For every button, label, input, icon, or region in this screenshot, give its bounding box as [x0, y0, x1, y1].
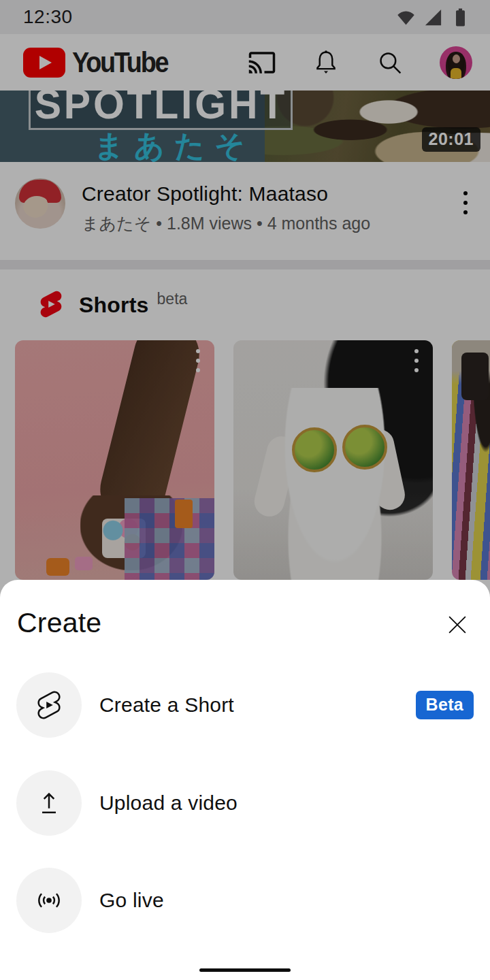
menu-item-go-live[interactable]: Go live: [0, 868, 490, 933]
home-indicator-handle[interactable]: [199, 968, 291, 972]
menu-item-label: Upload a video: [99, 791, 238, 815]
beta-badge: Beta: [416, 691, 474, 719]
close-icon[interactable]: [442, 610, 472, 640]
sheet-header: Create: [0, 580, 490, 668]
youtube-app-screen: 12:30 YouTube: [0, 0, 490, 980]
menu-item-create-short[interactable]: Create a Short Beta: [0, 672, 490, 738]
go-live-icon: [16, 868, 82, 933]
menu-item-label: Go live: [99, 889, 164, 912]
shorts-outline-icon: [16, 672, 82, 738]
menu-item-upload-video[interactable]: Upload a video: [0, 770, 490, 836]
sheet-title: Create: [17, 607, 101, 639]
create-bottom-sheet: Create Create a Short Beta Upload a vide: [0, 580, 490, 980]
upload-icon: [16, 770, 82, 836]
menu-item-label: Create a Short: [99, 693, 234, 717]
